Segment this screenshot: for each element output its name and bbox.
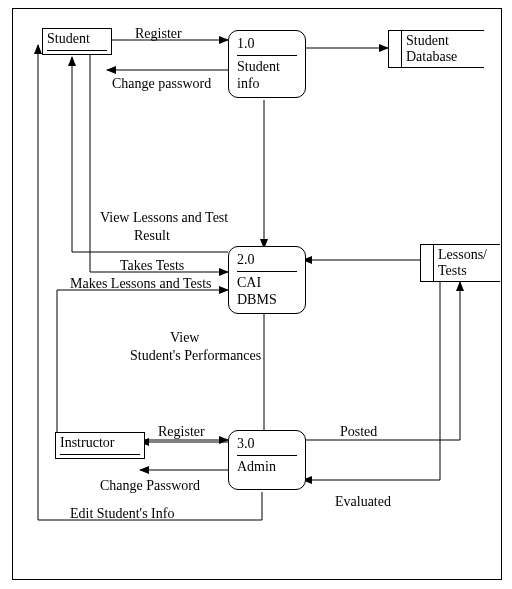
datastore-student-db: Student Database bbox=[388, 30, 484, 68]
flow-label-edit-student: Edit Student's Info bbox=[70, 506, 174, 522]
flow-label-evaluated: Evaluated bbox=[335, 494, 391, 510]
datastore-label: Student bbox=[406, 33, 480, 49]
process-number: 1.0 bbox=[237, 35, 297, 56]
process-label: DBMS bbox=[237, 291, 297, 309]
flow-label-change-password-2: Change Password bbox=[100, 478, 200, 494]
flow-label-view-perf-2: Student's Performances bbox=[130, 348, 261, 364]
datastore-label: Lessons/ bbox=[438, 247, 496, 263]
process-cai-dbms: 2.0 CAI DBMS bbox=[228, 246, 306, 314]
entity-label: Student bbox=[47, 31, 107, 48]
flow-label-change-password: Change password bbox=[112, 76, 211, 92]
datastore-lessons-tests: Lessons/ Tests bbox=[420, 244, 500, 282]
process-label: Admin bbox=[237, 458, 297, 476]
process-label: CAI bbox=[237, 274, 297, 292]
process-number: 2.0 bbox=[237, 251, 297, 272]
process-label: info bbox=[237, 75, 297, 93]
process-label: Student bbox=[237, 58, 297, 76]
flow-label-makes-lessons: Makes Lessons and Tests bbox=[70, 276, 211, 292]
flow-label-register: Register bbox=[135, 26, 182, 42]
process-admin: 3.0 Admin bbox=[228, 430, 306, 490]
flow-label-takes-tests: Takes Tests bbox=[120, 258, 184, 274]
flow-label-view-lessons: View Lessons and Test bbox=[100, 210, 228, 226]
process-number: 3.0 bbox=[237, 435, 297, 456]
flow-label-view-perf: View bbox=[170, 330, 199, 346]
diagram-canvas: Student Instructor 1.0 Student info 2.0 … bbox=[0, 0, 512, 589]
flow-label-posted: Posted bbox=[340, 424, 377, 440]
datastore-label: Database bbox=[406, 49, 480, 65]
entity-student: Student bbox=[42, 28, 112, 55]
process-student-info: 1.0 Student info bbox=[228, 30, 306, 98]
entity-label: Instructor bbox=[60, 435, 140, 452]
datastore-label: Tests bbox=[438, 263, 496, 279]
entity-instructor: Instructor bbox=[55, 432, 145, 459]
flow-label-register-2: Register bbox=[158, 424, 205, 440]
flow-label-view-lessons-2: Result bbox=[134, 228, 170, 244]
